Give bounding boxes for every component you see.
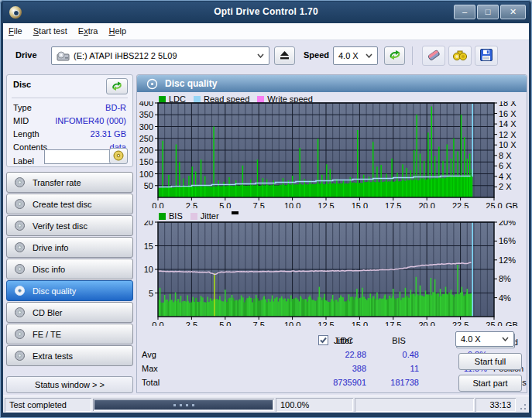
- field-label: MID: [13, 116, 29, 125]
- sidebar-item-cd-bler[interactable]: CD Bler: [6, 302, 133, 323]
- sidebar-item-label: Disc quality: [33, 286, 76, 296]
- svg-text:12 X: 12 X: [499, 130, 517, 139]
- status-window-button[interactable]: Status window > >: [6, 376, 133, 393]
- total-row-label: Total: [142, 378, 160, 387]
- eject-button[interactable]: [274, 46, 295, 65]
- refresh-icon: [111, 81, 123, 93]
- sidebar-item-label: Extra tests: [33, 351, 73, 361]
- jitter-checkbox[interactable]: [318, 335, 328, 345]
- svg-text:GB: GB: [506, 320, 518, 326]
- progress-bar: [93, 399, 274, 411]
- sidebar-item-disc-quality[interactable]: Disc quality: [6, 280, 133, 301]
- field-label: Type: [13, 103, 32, 112]
- svg-text:25.0: 25.0: [486, 320, 502, 326]
- browse-button[interactable]: [448, 46, 472, 66]
- disc-icon: [14, 307, 26, 318]
- max-row-label: Max: [142, 364, 158, 373]
- svg-text:10.0: 10.0: [284, 320, 300, 326]
- speed-select[interactable]: 4.0 X: [333, 46, 378, 65]
- disc-length-row: Length 23.31 GB: [13, 129, 126, 141]
- svg-text:10: 10: [144, 265, 153, 274]
- svg-text:22.5: 22.5: [452, 320, 469, 326]
- field-value: BD-R: [105, 103, 126, 112]
- svg-text:10.0: 10.0: [284, 201, 300, 208]
- svg-text:10 X: 10 X: [499, 140, 517, 149]
- refresh-disc-button[interactable]: [106, 78, 128, 94]
- elapsed-time: 33:13: [475, 398, 516, 412]
- disc-icon: [146, 78, 158, 90]
- svg-text:7.5: 7.5: [253, 320, 265, 326]
- svg-text:150: 150: [139, 157, 153, 166]
- svg-text:12.5: 12.5: [317, 320, 334, 326]
- disc-label-button[interactable]: [109, 148, 128, 164]
- disc-type-row: Type BD-R: [13, 103, 126, 115]
- divider: [12, 98, 128, 98]
- legend-label: Jitter: [201, 211, 219, 221]
- menu-item-start-test[interactable]: Start test: [28, 23, 73, 39]
- legend-item: Jitter: [190, 211, 219, 221]
- save-button[interactable]: [475, 46, 498, 66]
- svg-text:6 X: 6 X: [499, 161, 512, 170]
- toolbar: Drive (E:) ATAPI iHBS212 2 5L09 Speed 4.…: [3, 40, 529, 71]
- avg-row-label: Avg: [142, 350, 156, 359]
- sidebar-item-disc-info[interactable]: Disc info: [6, 259, 133, 279]
- sidebar-item-label: CD Bler: [33, 308, 63, 317]
- svg-text:8%: 8%: [499, 274, 511, 283]
- total-bis-value: 181738: [369, 378, 419, 387]
- svg-text:250: 250: [139, 134, 153, 143]
- start-full-button[interactable]: Start full: [458, 353, 522, 370]
- disc-mid-row: MID INFOMER40 (000): [13, 116, 126, 128]
- sidebar: Transfer rateCreate test discVerify test…: [6, 172, 133, 367]
- svg-text:15: 15: [144, 242, 153, 251]
- max-ldc-value: 388: [304, 364, 366, 373]
- speed-label: Speed: [304, 50, 329, 60]
- sidebar-item-drive-info[interactable]: Drive info: [6, 237, 133, 258]
- start-part-button[interactable]: Start part: [458, 375, 522, 392]
- menu-item-help[interactable]: Help: [103, 23, 132, 39]
- svg-text:17.5: 17.5: [385, 320, 401, 326]
- statusbar-spacer: [355, 398, 474, 412]
- close-button[interactable]: ✕: [500, 5, 526, 19]
- status-text: Test completed: [5, 398, 91, 412]
- label-input[interactable]: [44, 149, 111, 164]
- erase-disc-button[interactable]: [422, 46, 445, 66]
- disc-icon: [14, 285, 26, 296]
- legend-item: BIS: [159, 211, 183, 221]
- refresh-drives-button[interactable]: [384, 46, 405, 65]
- avg-bis-value: 0.48: [369, 350, 419, 359]
- speed-select-bottom-value: 4.0 X: [461, 334, 481, 344]
- maximize-button[interactable]: □: [477, 5, 499, 19]
- sidebar-item-label: Verify test disc: [33, 221, 88, 231]
- sidebar-item-verify-test-disc[interactable]: Verify test disc: [6, 215, 133, 236]
- titlebar: Opti Drive Control 1.70 – □ ✕: [3, 2, 529, 23]
- sidebar-item-label: Disc info: [33, 265, 65, 274]
- window-title: Opti Drive Control 1.70: [3, 6, 529, 17]
- check-icon: [319, 336, 328, 344]
- disc-icon: [14, 263, 26, 275]
- svg-text:22.5: 22.5: [452, 201, 469, 208]
- progress-fill: [94, 400, 273, 409]
- minimize-button[interactable]: –: [454, 5, 475, 19]
- resize-grip[interactable]: [517, 401, 527, 411]
- svg-text:25.0: 25.0: [486, 201, 502, 208]
- svg-text:15.0: 15.0: [352, 201, 368, 208]
- sidebar-item-create-test-disc[interactable]: Create test disc: [6, 194, 133, 214]
- disc-info-box: Disc Type BD-R MID INFOMER40 (000) Lengt…: [6, 74, 133, 167]
- sidebar-item-fe-te[interactable]: FE / TE: [6, 324, 133, 344]
- jitter-checkbox-label: Jitter: [334, 336, 352, 345]
- panel-header: Disc quality: [137, 75, 527, 92]
- speed-select-bottom[interactable]: 4.0 X: [455, 331, 514, 347]
- svg-text:14 X: 14 X: [499, 119, 517, 128]
- sidebar-item-transfer-rate[interactable]: Transfer rate: [6, 172, 133, 193]
- sidebar-item-extra-tests[interactable]: Extra tests: [6, 345, 133, 366]
- drive-select[interactable]: (E:) ATAPI iHBS212 2 5L09: [51, 46, 269, 65]
- disc-icon: [14, 328, 26, 340]
- menu-item-extra[interactable]: Extra: [73, 23, 104, 39]
- svg-text:17.5: 17.5: [385, 201, 401, 208]
- client-area: FileStart testExtraHelp Drive (E:) ATAPI…: [3, 23, 529, 413]
- svg-text:GB: GB: [506, 201, 518, 208]
- svg-text:20.0: 20.0: [418, 201, 434, 208]
- menu-item-file[interactable]: File: [3, 23, 28, 39]
- disc-icon: [14, 198, 26, 210]
- field-value: 23.31 GB: [91, 129, 126, 139]
